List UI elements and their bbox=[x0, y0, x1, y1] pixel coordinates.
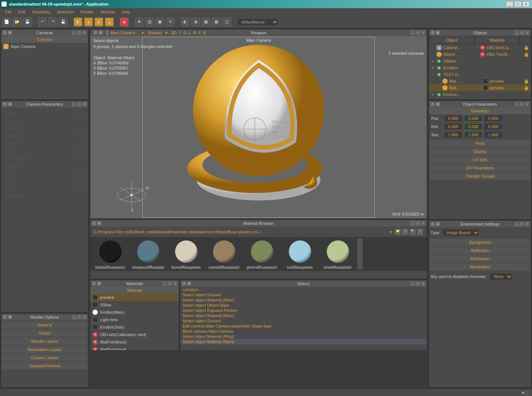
history-line[interactable]: Select object Ground bbox=[180, 292, 427, 297]
object-row[interactable]: +⬢Environ... bbox=[429, 91, 531, 98]
render-option-illumination-layers[interactable]: Illumination Layers bbox=[2, 346, 87, 353]
material-row[interactable]: ✕OBJ-txtr(Calibration card) bbox=[90, 331, 179, 338]
settings-icon[interactable]: ✎ bbox=[417, 229, 423, 235]
history-line[interactable]: Select object Exposed Portion bbox=[180, 308, 427, 313]
env-type-select[interactable]: Image Based bbox=[442, 229, 479, 236]
panel-pin-icon[interactable]: ◫ bbox=[3, 315, 7, 319]
panel-min-icon[interactable]: _ bbox=[410, 31, 415, 35]
param-section-uv-sets[interactable]: UV Sets bbox=[430, 156, 530, 163]
lock-icon[interactable]: 🔒 bbox=[523, 52, 529, 57]
material-row[interactable]: preview bbox=[90, 294, 179, 301]
lock-icon[interactable]: 🔒 bbox=[523, 45, 529, 50]
primitive-cone-icon[interactable]: ▲ bbox=[105, 17, 114, 26]
panel-pin-icon[interactable]: ◫ bbox=[3, 31, 7, 35]
material-row[interactable]: SSbar bbox=[90, 301, 179, 309]
panel-pin-icon[interactable]: ◫ bbox=[182, 281, 186, 286]
panel-close-icon[interactable]: × bbox=[173, 281, 177, 286]
env-section-illumination[interactable]: Illumination bbox=[430, 263, 530, 271]
render-option-viewport-preview[interactable]: Viewport Preview bbox=[2, 362, 87, 370]
object-row[interactable]: +⬢Emitters bbox=[429, 64, 531, 71]
panel-dock-icon[interactable]: ▤ bbox=[436, 222, 440, 226]
panel-min-icon[interactable]: _ bbox=[72, 102, 76, 106]
maximize-button[interactable]: □ bbox=[514, 1, 522, 7]
render-e-icon[interactable]: ◫ bbox=[222, 17, 231, 26]
viewport-view-r[interactable]: R bbox=[193, 31, 196, 35]
render-option-general[interactable]: General bbox=[2, 321, 87, 329]
viewport-view-t[interactable]: T bbox=[179, 31, 181, 35]
pos-y-input[interactable] bbox=[464, 115, 483, 122]
link-icon[interactable]: ⛓ bbox=[145, 17, 154, 26]
viewport-view-b[interactable]: B bbox=[203, 31, 206, 35]
object-row[interactable]: Mat...preview🔒 bbox=[429, 84, 531, 91]
sca-x-input[interactable] bbox=[444, 131, 462, 138]
panel-max-icon[interactable]: □ bbox=[520, 31, 524, 35]
sky-select[interactable]: None bbox=[490, 273, 512, 280]
param-section-uv-parameters[interactable]: UV Parameters bbox=[430, 164, 530, 172]
panel-close-icon[interactable]: × bbox=[421, 281, 425, 286]
camparam-tab[interactable]: Hidden bbox=[5, 110, 18, 117]
panel-close-icon[interactable]: × bbox=[525, 102, 529, 106]
object-row[interactable]: ◈Calibrat...✕OBJ-txtr(Ca...🔒 bbox=[429, 44, 531, 51]
panel-pin-icon[interactable]: ◫ bbox=[3, 102, 7, 106]
tree-expand-icon[interactable]: + bbox=[431, 66, 435, 70]
panel-min-icon[interactable]: _ bbox=[410, 221, 415, 226]
history-line[interactable]: Select object Material (Main) bbox=[180, 297, 427, 303]
viewport-view-3d[interactable]: 3D bbox=[171, 31, 177, 35]
tree-expand-icon[interactable]: - bbox=[431, 72, 435, 77]
path-dropdown-icon[interactable]: ▾ bbox=[390, 230, 392, 234]
sca-y-input[interactable] bbox=[464, 131, 483, 138]
pos-z-input[interactable] bbox=[484, 115, 503, 122]
panel-min-icon[interactable]: _ bbox=[162, 281, 167, 286]
viewport-view-f[interactable]: F bbox=[199, 31, 201, 35]
material-thumbnail[interactable]: bonediffuseplastic bbox=[168, 239, 205, 269]
material-row[interactable]: Emitter(Main) bbox=[90, 309, 179, 316]
move-tool-icon[interactable]: ✥ bbox=[135, 17, 144, 26]
param-section-display[interactable]: Display bbox=[430, 148, 530, 155]
panel-dock-icon[interactable]: ▤ bbox=[97, 281, 101, 286]
panel-min-icon[interactable]: _ bbox=[515, 31, 519, 35]
render-option-render-layers[interactable]: Render Layers bbox=[2, 338, 87, 345]
panel-close-icon[interactable]: × bbox=[82, 102, 87, 106]
objects-tab-object[interactable]: Object bbox=[429, 36, 474, 44]
redo-icon[interactable]: ↷ bbox=[48, 17, 57, 26]
panel-dock-icon[interactable]: ▤ bbox=[8, 315, 12, 319]
refresh-icon[interactable]: ↻ bbox=[402, 229, 408, 235]
panel-dock-icon[interactable]: ▤ bbox=[8, 102, 12, 106]
menu-file[interactable]: File bbox=[2, 9, 15, 15]
render-d-icon[interactable]: ▩ bbox=[212, 17, 221, 26]
panel-close-icon[interactable]: × bbox=[525, 31, 529, 35]
save-file-icon[interactable]: 💾 bbox=[23, 17, 32, 26]
panel-close-icon[interactable]: × bbox=[421, 31, 425, 35]
viewport-view-d[interactable]: D bbox=[184, 31, 187, 35]
undo-icon[interactable]: ↶ bbox=[38, 17, 47, 26]
materials-column-header[interactable]: Material bbox=[90, 287, 179, 294]
primitive-cyl-icon[interactable]: ◍ bbox=[94, 17, 103, 26]
material-row[interactable]: ✕WallTxtr(Back) bbox=[90, 338, 179, 346]
rot-y-input[interactable] bbox=[464, 123, 483, 130]
sca-z-input[interactable] bbox=[484, 131, 503, 138]
panel-dock-icon[interactable]: ▤ bbox=[97, 221, 101, 226]
history-line[interactable]: Select object Material (Ring) bbox=[180, 334, 427, 339]
browse-icon[interactable]: 📁 bbox=[395, 229, 401, 235]
panel-max-icon[interactable]: □ bbox=[77, 315, 81, 319]
panel-dock-icon[interactable]: ▤ bbox=[99, 31, 103, 35]
panel-pin-icon[interactable]: ◫ bbox=[431, 102, 435, 106]
lock-icon[interactable]: 🔒 bbox=[523, 86, 529, 90]
render-b-icon[interactable]: ◑ bbox=[191, 17, 200, 26]
objects-tab-material[interactable]: Material bbox=[474, 36, 520, 44]
history-line[interactable]: Select object Object Base bbox=[180, 303, 427, 308]
material-thumbnail[interactable]: cameldiffuseplastic bbox=[206, 239, 243, 269]
geometry-section-header[interactable]: Geometry bbox=[429, 108, 531, 114]
history-line[interactable]: Select object Material (Main) bbox=[180, 313, 427, 318]
history-line[interactable]: <empty> bbox=[180, 287, 427, 292]
lock-icon[interactable]: 🔒 bbox=[523, 79, 529, 84]
open-file-icon[interactable]: 📂 bbox=[13, 17, 22, 26]
object-row[interactable]: Mat...preview🔒 bbox=[429, 78, 531, 84]
env-section-reflection[interactable]: Reflection bbox=[430, 247, 530, 254]
search-icon[interactable]: 🔍 bbox=[410, 229, 416, 235]
panel-pin-icon[interactable]: ◫ bbox=[93, 31, 98, 35]
env-section-refraction[interactable]: Refraction bbox=[430, 255, 530, 262]
render-c-icon[interactable]: ▦ bbox=[201, 17, 210, 26]
viewport-view-l[interactable]: L bbox=[189, 31, 191, 35]
panel-min-icon[interactable]: _ bbox=[515, 222, 519, 226]
